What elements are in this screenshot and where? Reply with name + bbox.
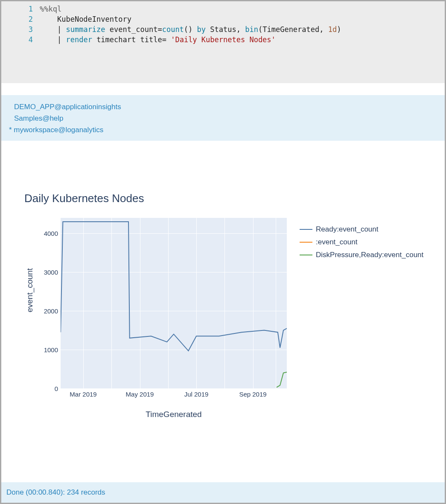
legend-label: Ready:event_count [316,225,379,234]
series-line [61,218,287,388]
plot-area[interactable] [61,218,287,388]
y-tick: 2000 [44,307,58,315]
legend-item[interactable]: DiskPressure,Ready:event_count [300,249,423,261]
y-tick: 4000 [44,230,58,237]
x-tick: Sep 2019 [239,391,266,398]
y-tick: 1000 [44,346,58,353]
legend-label: :event_count [316,238,357,246]
chart-output: Daily Kubernetes Nodes event_count 01000… [1,141,445,443]
y-tick: 0 [55,385,58,392]
x-tick: Mar 2019 [70,391,96,398]
x-axis-label: TimeGenerated [61,410,287,419]
workspace-item[interactable]: Samples@help [3,113,443,124]
code-line[interactable]: | summarize event_count=count() by Statu… [40,24,341,35]
workspace-item[interactable]: * myworkspace@loganalytics [3,124,443,136]
chart-legend[interactable]: Ready:event_count:event_countDiskPressur… [300,218,423,261]
workspace-panel: DEMO_APP@applicationinsightsSamples@help… [1,95,445,141]
legend-item[interactable]: :event_count [300,236,423,249]
workspace-item[interactable]: DEMO_APP@applicationinsights [3,101,443,113]
x-tick: May 2019 [126,391,154,398]
y-tick: 3000 [44,269,58,276]
line-number: 3 [1,24,40,35]
line-number: 2 [1,14,40,24]
code-line[interactable]: %%kql [40,4,61,14]
code-line[interactable]: KubeNodeInventory [40,14,131,24]
chart-title: Daily Kubernetes Nodes [24,192,436,205]
legend-swatch [300,229,312,230]
code-line[interactable]: | render timechart title= 'Daily Kuberne… [40,35,276,45]
line-number: 4 [1,35,40,45]
legend-swatch [300,255,312,255]
legend-item[interactable]: Ready:event_count [300,223,423,236]
line-number: 1 [1,4,40,14]
x-tick: Jul 2019 [184,391,209,398]
status-bar: Done (00:00.840): 234 records [1,482,445,503]
legend-label: DiskPressure,Ready:event_count [316,251,423,259]
legend-swatch [300,242,312,243]
y-axis-ticks: 01000200030004000 [37,218,61,388]
y-axis-label: event_count [23,268,37,313]
code-cell[interactable]: 1%%kql2 KubeNodeInventory3 | summarize e… [1,1,445,83]
